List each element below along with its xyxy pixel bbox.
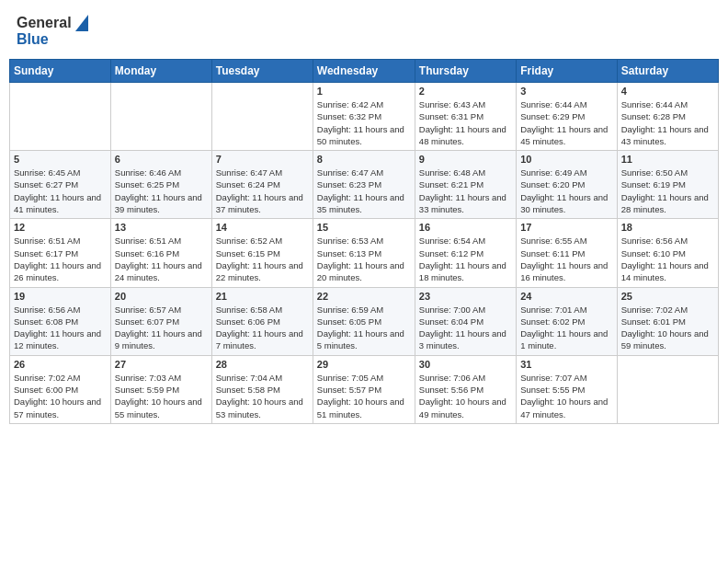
day-number: 9 [419,154,512,165]
day-number: 25 [621,291,714,302]
calendar-cell-w2d3: 15Sunrise: 6:53 AM Sunset: 6:13 PM Dayli… [313,219,415,287]
day-info: Sunrise: 6:50 AM Sunset: 6:19 PM Dayligh… [621,167,714,215]
day-number: 7 [216,154,309,165]
day-info: Sunrise: 6:53 AM Sunset: 6:13 PM Dayligh… [317,235,411,283]
day-info: Sunrise: 7:04 AM Sunset: 5:58 PM Dayligh… [216,372,309,420]
day-number: 6 [115,154,208,165]
day-number: 31 [520,359,612,370]
day-number: 22 [317,291,411,302]
calendar-cell-w2d0: 12Sunrise: 6:51 AM Sunset: 6:17 PM Dayli… [10,219,111,287]
calendar-cell-w3d4: 23Sunrise: 7:00 AM Sunset: 6:04 PM Dayli… [415,287,516,355]
calendar-cell-w0d2 [211,83,313,151]
calendar-cell-w4d5: 31Sunrise: 7:07 AM Sunset: 5:55 PM Dayli… [517,355,617,423]
day-number: 2 [419,86,512,97]
calendar-cell-w3d2: 21Sunrise: 6:58 AM Sunset: 6:06 PM Dayli… [211,287,313,355]
calendar-cell-w1d3: 8Sunrise: 6:47 AM Sunset: 6:23 PM Daylig… [313,151,415,219]
calendar-cell-w4d0: 26Sunrise: 7:02 AM Sunset: 6:00 PM Dayli… [10,355,111,423]
calendar-cell-w3d0: 19Sunrise: 6:56 AM Sunset: 6:08 PM Dayli… [10,287,111,355]
day-number: 27 [115,359,208,370]
calendar-cell-w2d2: 14Sunrise: 6:52 AM Sunset: 6:15 PM Dayli… [211,219,313,287]
day-info: Sunrise: 6:55 AM Sunset: 6:11 PM Dayligh… [520,235,612,283]
calendar-cell-w0d5: 3Sunrise: 6:44 AM Sunset: 6:29 PM Daylig… [517,83,617,151]
day-info: Sunrise: 6:56 AM Sunset: 6:10 PM Dayligh… [621,235,714,283]
calendar-cell-w3d6: 25Sunrise: 7:02 AM Sunset: 6:01 PM Dayli… [617,287,718,355]
day-number: 30 [419,359,512,370]
day-info: Sunrise: 6:42 AM Sunset: 6:32 PM Dayligh… [317,98,411,147]
day-info: Sunrise: 6:56 AM Sunset: 6:08 PM Dayligh… [14,304,107,352]
day-info: Sunrise: 7:02 AM Sunset: 6:01 PM Dayligh… [621,304,714,352]
day-info: Sunrise: 6:51 AM Sunset: 6:16 PM Dayligh… [115,235,208,283]
day-number: 3 [520,86,612,97]
day-number: 28 [216,359,309,370]
day-number: 1 [317,86,411,97]
day-info: Sunrise: 6:57 AM Sunset: 6:07 PM Dayligh… [115,304,208,352]
calendar-cell-w1d0: 5Sunrise: 6:45 AM Sunset: 6:27 PM Daylig… [10,151,111,219]
calendar-cell-w3d3: 22Sunrise: 6:59 AM Sunset: 6:05 PM Dayli… [313,287,415,355]
day-number: 14 [216,222,309,233]
calendar-cell-w3d5: 24Sunrise: 7:01 AM Sunset: 6:02 PM Dayli… [517,287,617,355]
weekday-header-saturday: Saturday [617,60,718,83]
day-number: 5 [14,154,107,165]
calendar-cell-w2d1: 13Sunrise: 6:51 AM Sunset: 6:16 PM Dayli… [110,219,211,287]
calendar-cell-w4d2: 28Sunrise: 7:04 AM Sunset: 5:58 PM Dayli… [211,355,313,423]
calendar-cell-w2d4: 16Sunrise: 6:54 AM Sunset: 6:12 PM Dayli… [415,219,516,287]
day-number: 23 [419,291,512,302]
day-number: 17 [520,222,612,233]
day-number: 21 [216,291,309,302]
weekday-header-sunday: Sunday [10,60,111,83]
day-info: Sunrise: 7:01 AM Sunset: 6:02 PM Dayligh… [520,304,612,352]
day-info: Sunrise: 7:02 AM Sunset: 6:00 PM Dayligh… [14,372,107,420]
day-info: Sunrise: 6:43 AM Sunset: 6:31 PM Dayligh… [419,98,512,147]
calendar-cell-w0d3: 1Sunrise: 6:42 AM Sunset: 6:32 PM Daylig… [313,83,415,151]
day-info: Sunrise: 6:47 AM Sunset: 6:23 PM Dayligh… [317,167,411,215]
day-info: Sunrise: 6:46 AM Sunset: 6:25 PM Dayligh… [115,167,208,215]
day-number: 8 [317,154,411,165]
day-info: Sunrise: 6:49 AM Sunset: 6:20 PM Dayligh… [520,167,612,215]
day-number: 29 [317,359,411,370]
calendar-cell-w2d5: 17Sunrise: 6:55 AM Sunset: 6:11 PM Dayli… [517,219,617,287]
calendar-cell-w3d1: 20Sunrise: 6:57 AM Sunset: 6:07 PM Dayli… [110,287,211,355]
day-info: Sunrise: 6:58 AM Sunset: 6:06 PM Dayligh… [216,304,309,352]
header: General Blue [9,9,719,53]
calendar-cell-w4d6 [617,355,718,423]
day-number: 11 [621,154,714,165]
logo-triangle-icon [75,15,88,31]
day-info: Sunrise: 7:05 AM Sunset: 5:57 PM Dayligh… [317,372,411,420]
calendar-table: SundayMondayTuesdayWednesdayThursdayFrid… [9,59,719,424]
day-info: Sunrise: 6:59 AM Sunset: 6:05 PM Dayligh… [317,304,411,352]
calendar-cell-w0d6: 4Sunrise: 6:44 AM Sunset: 6:28 PM Daylig… [617,83,718,151]
day-info: Sunrise: 7:06 AM Sunset: 5:56 PM Dayligh… [419,372,512,420]
day-number: 24 [520,291,612,302]
day-info: Sunrise: 6:48 AM Sunset: 6:21 PM Dayligh… [419,167,512,215]
calendar-cell-w1d1: 6Sunrise: 6:46 AM Sunset: 6:25 PM Daylig… [110,151,211,219]
logo-general-text: General [17,15,72,31]
calendar-cell-w0d0 [10,83,111,151]
day-info: Sunrise: 6:54 AM Sunset: 6:12 PM Dayligh… [419,235,512,283]
weekday-header-wednesday: Wednesday [313,60,415,83]
calendar-cell-w1d6: 11Sunrise: 6:50 AM Sunset: 6:19 PM Dayli… [617,151,718,219]
calendar-cell-w0d1 [110,83,211,151]
weekday-header-friday: Friday [517,60,617,83]
calendar-cell-w2d6: 18Sunrise: 6:56 AM Sunset: 6:10 PM Dayli… [617,219,718,287]
calendar-cell-w1d4: 9Sunrise: 6:48 AM Sunset: 6:21 PM Daylig… [415,151,516,219]
day-number: 18 [621,222,714,233]
day-number: 20 [115,291,208,302]
day-number: 19 [14,291,107,302]
day-info: Sunrise: 6:44 AM Sunset: 6:29 PM Dayligh… [520,98,612,147]
calendar-cell-w4d1: 27Sunrise: 7:03 AM Sunset: 5:59 PM Dayli… [110,355,211,423]
calendar-cell-w4d3: 29Sunrise: 7:05 AM Sunset: 5:57 PM Dayli… [313,355,415,423]
day-number: 13 [115,222,208,233]
logo-blue-text: Blue [17,31,49,48]
day-info: Sunrise: 7:03 AM Sunset: 5:59 PM Dayligh… [115,372,208,420]
day-number: 10 [520,154,612,165]
day-number: 12 [14,222,107,233]
day-number: 26 [14,359,107,370]
day-number: 15 [317,222,411,233]
day-number: 16 [419,222,512,233]
day-info: Sunrise: 6:45 AM Sunset: 6:27 PM Dayligh… [14,167,107,215]
weekday-header-tuesday: Tuesday [211,60,313,83]
day-number: 4 [621,86,714,97]
calendar-cell-w1d2: 7Sunrise: 6:47 AM Sunset: 6:24 PM Daylig… [211,151,313,219]
logo: General Blue [17,15,88,48]
day-info: Sunrise: 7:00 AM Sunset: 6:04 PM Dayligh… [419,304,512,352]
